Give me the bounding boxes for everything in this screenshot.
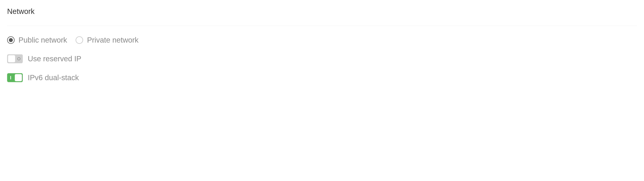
radio-icon	[7, 36, 14, 44]
reserved-ip-row: Use reserved IP	[7, 54, 637, 63]
ipv6-dual-stack-label: IPv6 dual-stack	[28, 73, 79, 82]
reserved-ip-toggle[interactable]	[7, 54, 23, 63]
toggle-knob	[8, 55, 15, 62]
network-section: Network Public network Private network U…	[0, 0, 644, 99]
section-title: Network	[7, 7, 637, 26]
toggle-knob	[15, 74, 22, 81]
private-network-label: Private network	[87, 36, 138, 44]
toggle-on-icon	[10, 76, 11, 79]
ipv6-dual-stack-row: IPv6 dual-stack	[7, 73, 637, 82]
private-network-radio[interactable]: Private network	[76, 36, 138, 44]
toggle-off-icon	[17, 57, 20, 60]
public-network-label: Public network	[18, 36, 67, 44]
network-type-radio-group: Public network Private network	[7, 36, 637, 44]
radio-selected-dot	[9, 38, 13, 42]
reserved-ip-label: Use reserved IP	[28, 55, 81, 63]
public-network-radio[interactable]: Public network	[7, 36, 67, 44]
radio-icon	[76, 36, 83, 44]
ipv6-dual-stack-toggle[interactable]	[7, 73, 23, 82]
